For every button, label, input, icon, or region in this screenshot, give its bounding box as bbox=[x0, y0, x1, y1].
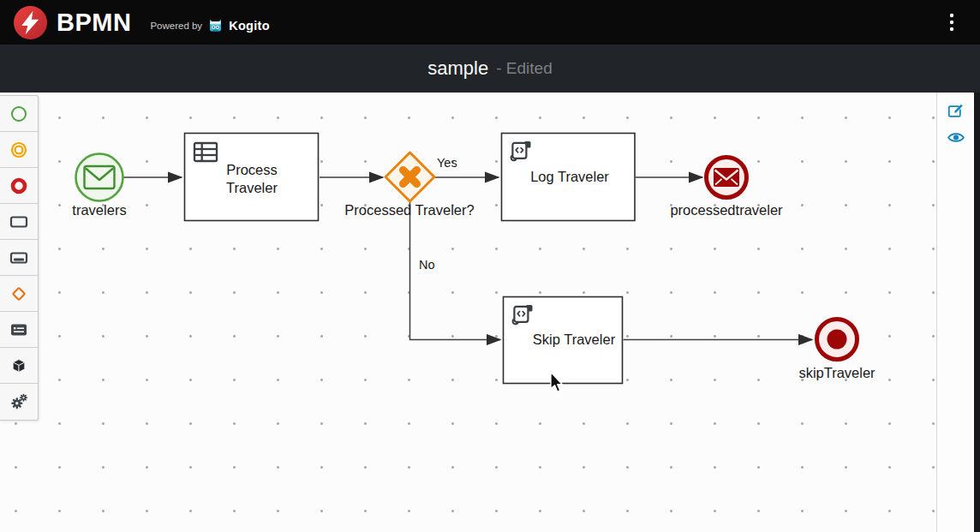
preview-eye-icon bbox=[947, 131, 965, 144]
kebab-menu-icon bbox=[949, 13, 954, 32]
file-name[interactable]: sample bbox=[427, 57, 488, 80]
document-bar: sample - Edited bbox=[0, 45, 980, 93]
palette-artifacts-button[interactable] bbox=[0, 348, 38, 384]
kogito-owl-icon bbox=[208, 19, 223, 33]
palette-tasks-button[interactable] bbox=[0, 204, 38, 240]
app-title: BPMN bbox=[57, 10, 131, 35]
edited-badge: - Edited bbox=[496, 59, 552, 78]
bpmn-editor-window: BPMN Powered by Kogito sample - bbox=[0, 0, 980, 532]
diagram-canvas[interactable] bbox=[0, 93, 936, 532]
app-header: BPMN Powered by Kogito bbox=[0, 0, 980, 45]
preview-button[interactable] bbox=[945, 127, 967, 147]
palette-gateways-button[interactable] bbox=[0, 276, 38, 312]
editor-main: Yes No travelers Proc bbox=[0, 93, 980, 532]
palette-start-events-button[interactable] bbox=[0, 96, 38, 132]
lightning-bolt-icon bbox=[14, 6, 47, 39]
task-rectangle-icon bbox=[9, 213, 28, 230]
powered-by-label: Powered by bbox=[150, 21, 202, 31]
palette-subprocesses-button[interactable] bbox=[0, 240, 38, 276]
custom-task-gears-icon bbox=[9, 392, 28, 411]
edit-pencil-icon bbox=[947, 102, 964, 118]
kebab-menu-button[interactable] bbox=[937, 8, 966, 37]
right-utility-rail bbox=[936, 93, 974, 532]
palette-intermediate-events-button[interactable] bbox=[0, 132, 38, 168]
palette-containers-button[interactable] bbox=[0, 312, 38, 348]
container-list-icon bbox=[9, 321, 28, 338]
shapes-palette bbox=[0, 95, 39, 421]
window-edge-strip bbox=[974, 93, 980, 532]
palette-end-events-button[interactable] bbox=[0, 168, 38, 204]
start-event-circle-icon bbox=[10, 105, 27, 123]
intermediate-event-double-circle-icon bbox=[10, 141, 27, 158]
gateway-diamond-icon bbox=[9, 284, 28, 303]
subprocess-rectangle-icon bbox=[9, 249, 28, 266]
powered-by-group: Powered by Kogito bbox=[150, 19, 269, 33]
artifact-cube-icon bbox=[10, 357, 27, 374]
palette-custom-tasks-button[interactable] bbox=[0, 384, 38, 420]
end-event-thick-circle-icon bbox=[10, 177, 27, 194]
edit-mode-button[interactable] bbox=[945, 99, 967, 120]
kogito-brand-label: Kogito bbox=[229, 19, 270, 33]
